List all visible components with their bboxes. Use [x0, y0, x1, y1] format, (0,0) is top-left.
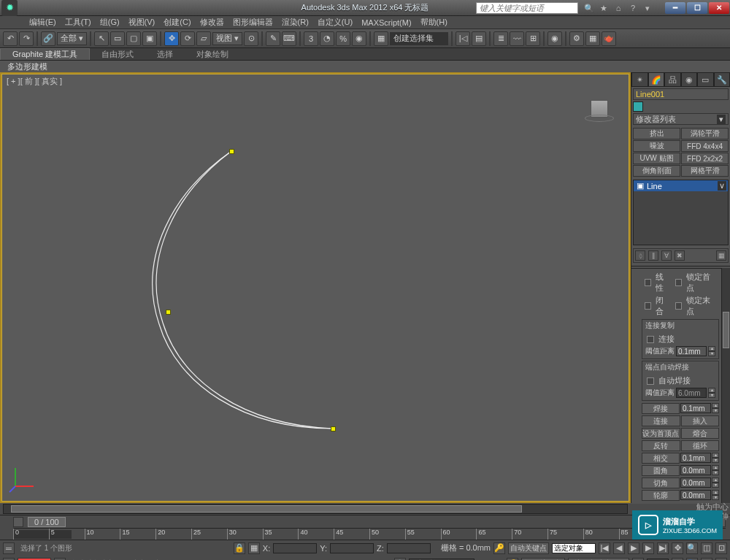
lock-icon[interactable]: 🔒	[234, 542, 245, 554]
mod-noise[interactable]: 噪波	[633, 140, 680, 152]
fuse-button[interactable]: 熔合	[681, 428, 720, 439]
create-tab[interactable]: ✴	[631, 72, 648, 87]
layers-button[interactable]: ≣	[493, 31, 508, 46]
menu-view[interactable]: 视图(V)	[128, 17, 155, 28]
spline-vertex-3[interactable]	[331, 426, 336, 431]
remove-mod-icon[interactable]: ✖	[675, 250, 685, 261]
chamfer-spinner[interactable]: ▴▾	[712, 477, 719, 488]
percent-snap-button[interactable]: %	[336, 31, 350, 46]
mod-turbosmooth[interactable]: 涡轮平滑	[681, 128, 729, 139]
mod-bevelprofile[interactable]: 倒角剖面	[633, 165, 680, 177]
threshold1-spinner[interactable]: ▴▾	[708, 346, 715, 356]
outline-spinner[interactable]: ▴▾	[712, 490, 719, 500]
maximize-button[interactable]: ☐	[687, 2, 707, 14]
spinner-snap-button[interactable]: ◉	[352, 31, 366, 46]
chamfer-button[interactable]: 切角	[642, 477, 680, 488]
object-color[interactable]	[633, 101, 643, 112]
mirror-button[interactable]: |◁	[456, 31, 470, 46]
viewport-hscroll[interactable]	[3, 504, 628, 514]
help-icon[interactable]: ?	[628, 3, 638, 13]
weld-button[interactable]: 焊接	[642, 403, 680, 414]
edit-named-sel-button[interactable]: ▦	[374, 31, 388, 46]
iso-icon[interactable]: ▦	[248, 542, 260, 554]
crossinsert-spinner[interactable]: ▴▾	[712, 453, 719, 463]
manip-button[interactable]: ✎	[266, 31, 280, 46]
weld-input[interactable]: 0.1mm	[680, 403, 711, 413]
outline-input[interactable]: 0.0mm	[680, 490, 711, 500]
menu-help[interactable]: 帮助(H)	[420, 17, 447, 28]
check-linear[interactable]	[645, 279, 651, 286]
time-ruler[interactable]: 0 5 10 15 20 25 30 35 40 45 50 55 60 65 …	[13, 528, 726, 540]
angle-snap-button[interactable]: ◔	[320, 31, 334, 46]
layer-icon[interactable]: ═	[3, 542, 15, 554]
pivot-button[interactable]: ⊙	[244, 31, 258, 46]
unique-icon[interactable]: ∀	[661, 250, 672, 261]
select-button[interactable]: ↖	[94, 31, 109, 46]
align-button[interactable]: ▤	[472, 31, 486, 46]
ribbon-tab-graphite[interactable]: Graphite 建模工具	[0, 48, 90, 60]
insert-button[interactable]: 插入	[681, 415, 720, 426]
threshold1-input[interactable]: 0.1mm	[676, 346, 707, 356]
configure-icon[interactable]: ▦	[716, 250, 726, 261]
menu-customize[interactable]: 自定义(U)	[318, 17, 353, 28]
move-button[interactable]: ✥	[164, 31, 179, 46]
help-dd-icon[interactable]: ▾	[642, 3, 653, 13]
coord-y[interactable]	[330, 543, 374, 553]
select-name-button[interactable]: ▭	[110, 31, 125, 46]
link-button[interactable]: 🔗	[41, 31, 55, 46]
hierarchy-tab[interactable]: 品	[664, 72, 681, 87]
nav-region[interactable]: ⊡	[715, 542, 727, 554]
stack-expand[interactable]: ∨	[718, 181, 726, 191]
weld-spinner[interactable]: ▴▾	[712, 403, 719, 413]
menu-render[interactable]: 渲染(R)	[282, 17, 309, 28]
modify-tab[interactable]: 🌈	[648, 72, 665, 87]
fillet-button[interactable]: 圆角	[642, 465, 680, 476]
modifier-stack[interactable]: ▣Line ∨	[633, 180, 729, 245]
menu-tools[interactable]: 工具(T)	[65, 17, 91, 28]
ribbon-tab-selection[interactable]: 选择	[145, 48, 185, 60]
connect-button[interactable]: 连接	[642, 415, 680, 426]
render-frame-button[interactable]: ▦	[585, 31, 600, 46]
pin-stack-icon[interactable]: ⎀	[635, 250, 645, 261]
nav-fov[interactable]: ◫	[701, 542, 712, 554]
makefirst-button[interactable]: 设为首顶点	[642, 428, 680, 439]
ribbon-panel[interactable]: 多边形建模	[0, 61, 730, 72]
coord-x[interactable]	[273, 543, 317, 553]
menu-create[interactable]: 创建(C)	[164, 17, 191, 28]
crossinsert-input[interactable]: 0.1mm	[680, 453, 711, 463]
menu-edit[interactable]: 编辑(E)	[29, 17, 56, 28]
check-autoweld[interactable]	[647, 377, 654, 385]
modifier-list[interactable]: 修改器列表▾	[633, 113, 729, 125]
time-prev[interactable]	[13, 517, 23, 527]
threshold2-input[interactable]: 6.0mm	[676, 388, 707, 398]
time-slider[interactable]: 0 / 100	[28, 517, 66, 527]
nav-zoom[interactable]: 🔍	[686, 542, 698, 554]
mod-uvw[interactable]: UVW 贴图	[633, 153, 680, 164]
undo-button[interactable]: ↶	[3, 31, 18, 46]
spline-vertex-2[interactable]	[166, 310, 171, 315]
select-filter[interactable]: 全部 ▾	[57, 32, 87, 45]
coord-z[interactable]	[387, 543, 431, 553]
show-end-icon[interactable]: ∥	[648, 250, 658, 261]
cycle-button[interactable]: 循环	[681, 440, 720, 451]
fillet-input[interactable]: 0.0mm	[680, 465, 711, 475]
search-input[interactable]	[476, 2, 578, 14]
ref-coord[interactable]: 视图 ▾	[212, 32, 242, 45]
rollout-area[interactable]: 线性 锁定首点 闭合 锁定末点 连接复制 连接 阈值距离0.1mm▴▾ 端点自动…	[631, 268, 721, 503]
goto-end[interactable]: ▶|	[657, 542, 669, 554]
close-button[interactable]: ✕	[709, 2, 729, 14]
scale-button[interactable]: ▱	[196, 31, 211, 46]
ribbon-tab-freeform[interactable]: 自由形式	[90, 48, 145, 60]
mod-ffd4[interactable]: FFD 4x4x4	[681, 140, 729, 152]
utility-tab[interactable]: 🔧	[714, 72, 731, 87]
render-setup-button[interactable]: ⚙	[569, 31, 584, 46]
menu-modifiers[interactable]: 修改器	[200, 17, 224, 28]
play-button[interactable]: ▶	[628, 542, 639, 554]
spline-vertex-1[interactable]	[229, 149, 234, 154]
check-connect[interactable]	[647, 336, 654, 343]
display-tab[interactable]: ▭	[697, 72, 714, 87]
menu-maxscript[interactable]: MAXScript(M)	[361, 18, 411, 27]
material-button[interactable]: ◉	[548, 31, 562, 46]
snap-button[interactable]: 3	[304, 31, 318, 46]
menu-group[interactable]: 组(G)	[100, 17, 120, 28]
